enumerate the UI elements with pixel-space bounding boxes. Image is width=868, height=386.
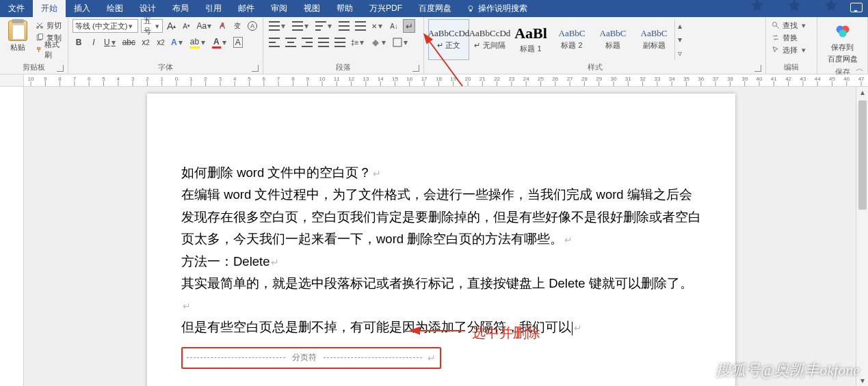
svg-text:14: 14 [378, 76, 384, 82]
tab-draw[interactable]: 绘图 [98, 0, 131, 17]
underline-button[interactable]: U▾ [103, 36, 118, 49]
show-formatting-button[interactable]: ↵ [403, 19, 415, 33]
font-launcher[interactable] [252, 65, 259, 72]
align-right-button[interactable] [300, 36, 314, 49]
replace-button[interactable]: 替换 [770, 31, 813, 44]
collapse-ribbon-button[interactable]: ︿ [856, 63, 864, 74]
align-left-button[interactable] [267, 36, 281, 49]
change-case-button[interactable]: Aa▾ [196, 19, 213, 33]
sort-button[interactable]: A↓ [388, 19, 400, 33]
align-justify-button[interactable] [317, 36, 330, 49]
grow-font-button[interactable]: A▴ [166, 19, 178, 33]
asian-layout-button[interactable]: ✕▾ [370, 19, 385, 33]
line-spacing-button[interactable]: ‡≡▾ [350, 36, 367, 49]
strikethrough-button[interactable]: abc [121, 36, 137, 49]
group-label-paragraph: 段落 [267, 61, 419, 74]
styles-gallery[interactable]: AaBbCcDd↵ 正文AaBbCcDd↵ 无间隔AaBl标题 1AaBbC标题… [428, 19, 761, 60]
select-button[interactable]: 选择▾ [770, 44, 813, 56]
tab-view[interactable]: 视图 [295, 0, 328, 17]
doc-paragraph[interactable]: 其实最简单的，就是选中段落标记或者换行标记，直接按键盘上 Delete 键就可以… [181, 273, 701, 316]
tab-design[interactable]: 设计 [131, 0, 164, 17]
clear-formatting-button[interactable]: A◢ [216, 19, 228, 33]
style-tile[interactable]: AaBbC标题 [592, 19, 633, 60]
styles-down[interactable]: ▾ [675, 33, 684, 46]
tab-home[interactable]: 开始 [33, 0, 66, 17]
styles-up[interactable]: ▴ [675, 19, 684, 33]
scroll-thumb[interactable] [858, 100, 867, 210]
tab-layout[interactable]: 布局 [164, 0, 197, 17]
tab-baidu[interactable]: 百度网盘 [410, 0, 460, 17]
doc-paragraph[interactable]: 在编辑 word 文件过程中，为了文件格式，会进行一些操作，当我们完成 word… [181, 184, 701, 250]
tell-me-search[interactable]: 操作说明搜索 [460, 0, 534, 17]
style-tile[interactable]: AaBbC副标题 [633, 19, 674, 60]
numbering-icon [292, 21, 303, 31]
align-justify-icon [318, 38, 329, 47]
style-tile[interactable]: AaBbCcDd↵ 正文 [428, 19, 469, 60]
svg-text:25: 25 [538, 76, 544, 82]
tab-wxpdf[interactable]: 万兴PDF [361, 0, 410, 17]
tab-insert[interactable]: 插入 [66, 0, 98, 17]
decrease-indent-button[interactable] [337, 19, 351, 33]
svg-rect-6 [37, 48, 40, 50]
doc-paragraph[interactable]: 如何删除 word 文件中的空白页？↵ [181, 162, 701, 184]
scroll-up-button[interactable]: ▴ [856, 87, 868, 98]
vertical-scrollbar[interactable]: ▴ ▾ [856, 87, 868, 386]
style-tile[interactable]: AaBbCcDd↵ 无间隔 [469, 19, 510, 60]
numbering-button[interactable]: ▾ [291, 19, 311, 33]
subscript-button[interactable]: x2 [140, 36, 152, 49]
font-color-button[interactable]: A▾ [211, 36, 229, 49]
ruler-horizontal[interactable]: 1098765432101234567891011121314151617181… [0, 74, 868, 87]
ruler-vertical[interactable] [0, 87, 24, 386]
enclose-char-button[interactable]: A [246, 19, 259, 33]
style-tile[interactable]: AaBl标题 1 [510, 19, 551, 60]
tab-references[interactable]: 引用 [197, 0, 230, 17]
find-button[interactable]: 查找▾ [770, 19, 813, 31]
group-clipboard: 粘贴 剪切 复制 格式刷 剪贴板 [0, 17, 68, 74]
format-painter-button[interactable]: 格式刷 [34, 44, 64, 56]
borders-button[interactable]: ▾ [391, 36, 410, 49]
text-effects-button[interactable]: A▾ [170, 36, 185, 49]
svg-text:33: 33 [654, 76, 660, 82]
svg-text:40: 40 [757, 76, 763, 82]
paragraph-launcher[interactable] [412, 65, 419, 72]
svg-text:12: 12 [348, 76, 354, 82]
styles-more[interactable]: ▿ [675, 46, 684, 60]
cut-button[interactable]: 剪切 [34, 19, 64, 31]
char-shading-button[interactable]: A [232, 36, 244, 49]
increase-indent-button[interactable] [354, 19, 367, 33]
doc-paragraph[interactable]: 但是有些空白页总是删不掉，有可能是因为添加了分隔符，我们可以↵ [181, 316, 701, 338]
style-tile[interactable]: AaBbC标题 2 [551, 19, 592, 60]
align-distributed-button[interactable] [333, 36, 347, 49]
superscript-button[interactable]: x2 [155, 36, 167, 49]
italic-button[interactable]: I [88, 36, 100, 49]
styles-scroll[interactable]: ▴▾▿ [674, 19, 684, 60]
page-break-selection[interactable]: 分页符 ↵ [181, 347, 441, 369]
svg-text:20: 20 [465, 76, 471, 82]
doc-paragraph[interactable]: 方法一：Delete↵ [181, 251, 701, 273]
bold-button[interactable]: B [73, 36, 85, 49]
multilevel-list-button[interactable]: ▾ [314, 19, 334, 33]
shading-button[interactable]: ▾ [369, 36, 389, 49]
page-viewport[interactable]: 如何删除 word 文件中的空白页？↵ 在编辑 word 文件过程中，为了文件格… [24, 87, 856, 386]
comments-icon[interactable] [850, 3, 863, 12]
svg-text:16: 16 [406, 76, 412, 82]
font-name-combo[interactable]: 等线 (中文正文)▾ [73, 19, 138, 33]
tab-help[interactable]: 帮助 [328, 0, 361, 17]
page-break-label: 分页符 [289, 352, 319, 363]
svg-text:19: 19 [450, 76, 456, 82]
tab-mail[interactable]: 邮件 [230, 0, 263, 17]
phonetic-guide-button[interactable]: 变 [231, 19, 244, 33]
shrink-font-button[interactable]: A▾ [181, 19, 193, 33]
tab-file[interactable]: 文件 [0, 0, 33, 17]
font-size-combo[interactable]: 五号▾ [141, 19, 163, 33]
document-page[interactable]: 如何删除 word 文件中的空白页？↵ 在编辑 word 文件过程中，为了文件格… [147, 94, 735, 386]
align-right-icon [302, 38, 313, 47]
highlight-button[interactable]: ab▾ [188, 36, 208, 49]
tab-review[interactable]: 审阅 [263, 0, 295, 17]
paste-button[interactable]: 粘贴 [4, 19, 31, 54]
styles-launcher[interactable] [754, 65, 761, 72]
clipboard-launcher[interactable] [57, 65, 64, 72]
bullets-button[interactable]: ▾ [267, 19, 288, 33]
save-to-baidu-button[interactable]: 保存到 百度网盘 [821, 19, 863, 66]
align-center-button[interactable] [284, 36, 298, 49]
